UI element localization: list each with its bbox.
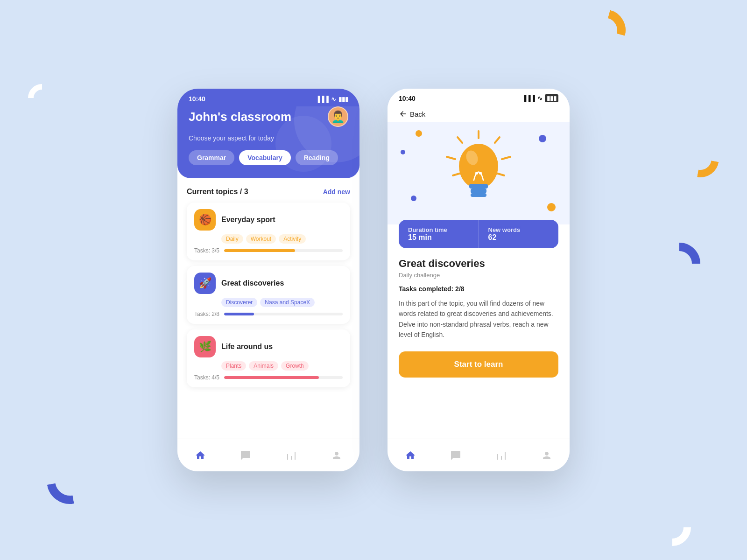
- tag-daily: Daily: [221, 234, 243, 244]
- discoveries-progress-bar: [224, 313, 343, 315]
- add-new-button[interactable]: Add new: [323, 188, 350, 196]
- discoveries-tasks-label: Tasks: 2/8: [194, 311, 219, 317]
- sport-tasks-label: Tasks: 3/5: [194, 247, 219, 254]
- dot-1: [416, 130, 422, 137]
- header-subtitle: Choose your aspect for today: [189, 134, 348, 142]
- battery-icon: ▮▮▮: [338, 96, 348, 103]
- svg-rect-9: [469, 184, 488, 189]
- stats-bar: Duration time 15 min New words 62: [399, 220, 558, 248]
- topic-card-sport[interactable]: 🏀 Everyday sport Daily Workout Activity …: [187, 203, 350, 260]
- right-bottom-nav: [388, 439, 570, 471]
- topics-header: Current topics / 3 Add new: [187, 188, 350, 196]
- aspect-tabs: Grammar Vocabulary Reading: [189, 150, 348, 165]
- words-value: 62: [488, 233, 550, 242]
- sport-progress-bar: [224, 249, 343, 252]
- tab-reading[interactable]: Reading: [296, 150, 338, 165]
- svg-rect-10: [471, 189, 486, 193]
- words-label: New words: [488, 226, 550, 233]
- deco-blue-mid-right2: [658, 243, 700, 285]
- deco-orange-top-right: [579, 5, 630, 56]
- left-nav-profile[interactable]: [331, 450, 342, 461]
- left-status-bar: 10:40 ▐▐▐ ∿ ▮▮▮: [177, 89, 359, 106]
- right-phone: 10:40 ▐▐▐ ∿ ▮▮▮ Back: [388, 89, 570, 471]
- left-nav-home[interactable]: [195, 450, 206, 461]
- left-bottom-nav: [177, 439, 359, 471]
- tag-discoverer: Discoverer: [221, 298, 257, 307]
- life-task-row: Tasks: 4/5: [194, 374, 343, 381]
- topic-top-sport: 🏀 Everyday sport: [194, 209, 343, 231]
- right-status-bar: 10:40 ▐▐▐ ∿ ▮▮▮: [388, 89, 570, 106]
- tag-nasa: Nasa and SpaceX: [260, 298, 315, 307]
- svg-line-3: [458, 137, 462, 143]
- svg-point-13: [479, 172, 482, 175]
- left-phone: 10:40 ▐▐▐ ∿ ▮▮▮ John's classroom 👨‍🦱 Cho…: [177, 89, 359, 471]
- duration-label: Duration time: [408, 226, 469, 233]
- right-nav-stats[interactable]: [496, 450, 507, 461]
- right-nav-chat[interactable]: [450, 450, 461, 461]
- right-nav-home[interactable]: [405, 450, 416, 461]
- tab-vocabulary[interactable]: Vocabulary: [239, 150, 290, 165]
- discoveries-tags: Discoverer Nasa and SpaceX: [194, 298, 343, 307]
- life-progress-bar: [224, 376, 343, 379]
- svg-rect-11: [471, 193, 486, 197]
- discoveries-task-row: Tasks: 2/8: [194, 311, 343, 317]
- left-status-icons: ▐▐▐ ∿ ▮▮▮: [316, 96, 348, 103]
- header-top-row: John's classroom 👨‍🦱: [189, 106, 348, 127]
- avatar: 👨‍🦱: [328, 106, 348, 127]
- svg-line-2: [502, 157, 510, 159]
- svg-line-4: [447, 157, 455, 159]
- svg-line-5: [496, 173, 504, 175]
- dot-5: [411, 196, 416, 201]
- left-nav-stats[interactable]: [286, 450, 297, 461]
- right-wifi-icon: ∿: [537, 95, 543, 102]
- deco-white-top-left: [28, 84, 56, 112]
- left-time: 10:40: [189, 95, 205, 103]
- sport-task-row: Tasks: 3/5: [194, 247, 343, 254]
- tag-workout: Workout: [246, 234, 276, 244]
- back-button[interactable]: Back: [399, 110, 425, 118]
- life-icon: 🌿: [194, 336, 216, 357]
- svg-point-12: [475, 172, 478, 175]
- lightbulb-illustration: [441, 129, 516, 217]
- start-to-learn-button[interactable]: Start to learn: [399, 351, 558, 378]
- tag-plants: Plants: [221, 361, 246, 371]
- tag-animals: Animals: [249, 361, 278, 371]
- duration-stat: Duration time 15 min: [399, 220, 479, 248]
- sport-icon: 🏀: [194, 209, 216, 231]
- sport-tags: Daily Workout Activity: [194, 234, 343, 244]
- sport-name: Everyday sport: [221, 216, 275, 224]
- topics-section: Current topics / 3 Add new 🏀 Everyday sp…: [177, 178, 359, 440]
- dot-3: [401, 150, 405, 154]
- deco-blue-bottom-left: [43, 454, 97, 508]
- right-status-icons: ▐▐▐ ∿ ▮▮▮: [522, 94, 558, 102]
- tag-growth: Growth: [281, 361, 309, 371]
- life-progress-fill: [224, 376, 319, 379]
- tab-grammar[interactable]: Grammar: [189, 150, 234, 165]
- left-nav-chat[interactable]: [240, 450, 251, 461]
- detail-section: Great discoveries Daily challenge Tasks …: [388, 248, 570, 340]
- duration-value: 15 min: [408, 233, 469, 242]
- deco-white-bottom-right: [654, 509, 691, 546]
- life-tasks-label: Tasks: 4/5: [194, 374, 219, 381]
- dot-2: [539, 135, 546, 142]
- topic-top-discoveries: 🚀 Great discoveries: [194, 273, 343, 294]
- tasks-completed: Tasks completed: 2/8: [399, 285, 558, 293]
- back-arrow-icon: [399, 110, 407, 118]
- dot-4: [547, 203, 556, 211]
- back-label: Back: [410, 110, 425, 118]
- svg-line-1: [495, 137, 500, 143]
- right-time: 10:40: [399, 95, 416, 102]
- detail-subtitle: Daily challenge: [399, 272, 558, 279]
- life-name: Life around us: [221, 343, 273, 351]
- words-stat: New words 62: [479, 220, 559, 248]
- right-nav-profile[interactable]: [541, 450, 552, 461]
- detail-description: In this part of the topic, you will find…: [399, 298, 558, 340]
- right-signal-icon: ▐▐▐: [522, 95, 535, 102]
- svg-line-6: [453, 173, 461, 175]
- right-header: Back: [388, 106, 570, 122]
- topic-card-discoveries[interactable]: 🚀 Great discoveries Discoverer Nasa and …: [187, 266, 350, 324]
- discoveries-progress-fill: [224, 313, 254, 315]
- topic-card-life[interactable]: 🌿 Life around us Plants Animals Growth T…: [187, 329, 350, 387]
- signal-icon: ▐▐▐: [316, 96, 329, 103]
- left-header: John's classroom 👨‍🦱 Choose your aspect …: [177, 106, 359, 178]
